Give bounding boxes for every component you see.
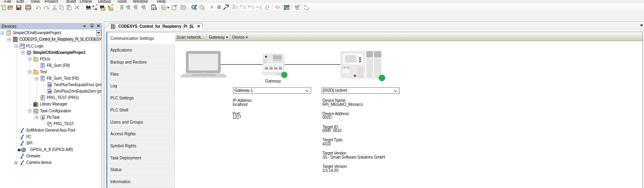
svg-text:M: M bbox=[48, 90, 52, 94]
svg-text:B: B bbox=[95, 8, 97, 10]
svg-text:A: A bbox=[92, 5, 94, 8]
svg-text:M: M bbox=[48, 83, 52, 87]
svg-text:A: A bbox=[108, 5, 110, 8]
